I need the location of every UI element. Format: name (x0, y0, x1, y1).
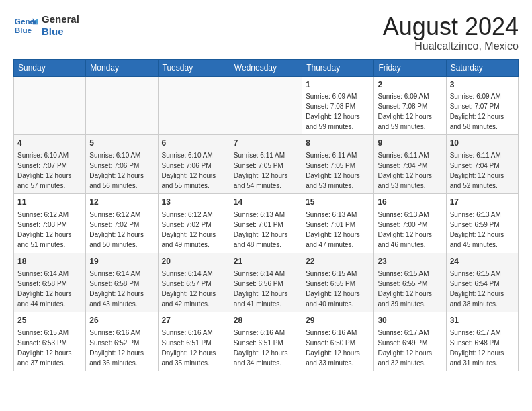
day-number: 15 (306, 197, 370, 208)
calendar-day-cell: 30Sunrise: 6:17 AMSunset: 6:49 PMDayligh… (374, 312, 446, 371)
day-info: Sunrise: 6:09 AMSunset: 7:07 PMDaylight:… (450, 91, 515, 132)
day-number: 12 (89, 197, 154, 208)
day-number: 20 (162, 256, 226, 267)
day-number: 13 (162, 197, 226, 208)
title-block: August 2024 Hualcaltzinco, Mexico (383, 13, 519, 52)
weekday-header-row: SundayMondayTuesdayWednesdayThursdayFrid… (14, 59, 519, 76)
day-number: 29 (306, 315, 370, 326)
calendar-day-cell: 16Sunrise: 6:13 AMSunset: 7:00 PMDayligh… (374, 194, 446, 253)
calendar-day-cell: 6Sunrise: 6:10 AMSunset: 7:06 PMDaylight… (158, 135, 230, 194)
day-number: 28 (234, 315, 298, 326)
calendar-day-cell: 13Sunrise: 6:12 AMSunset: 7:02 PMDayligh… (158, 194, 230, 253)
calendar-day-cell: 4Sunrise: 6:10 AMSunset: 7:07 PMDaylight… (14, 135, 86, 194)
day-info: Sunrise: 6:13 AMSunset: 7:01 PMDaylight:… (306, 210, 370, 250)
day-number: 17 (450, 197, 515, 208)
day-info: Sunrise: 6:10 AMSunset: 7:07 PMDaylight:… (17, 150, 82, 191)
logo: General Blue General Blue (13, 13, 79, 38)
day-number: 9 (378, 138, 442, 149)
day-number: 21 (234, 256, 298, 267)
day-info: Sunrise: 6:15 AMSunset: 6:55 PMDaylight:… (378, 269, 442, 309)
day-number: 22 (306, 256, 370, 267)
calendar-week-row: 18Sunrise: 6:14 AMSunset: 6:58 PMDayligh… (14, 253, 519, 312)
day-number: 10 (450, 138, 515, 149)
page-title: August 2024 (383, 13, 519, 40)
calendar-day-cell: 7Sunrise: 6:11 AMSunset: 7:05 PMDaylight… (230, 135, 302, 194)
page-subtitle: Hualcaltzinco, Mexico (383, 40, 519, 52)
day-number: 31 (450, 315, 515, 326)
day-info: Sunrise: 6:16 AMSunset: 6:50 PMDaylight:… (306, 328, 370, 368)
day-number: 3 (450, 79, 515, 91)
calendar-week-row: 1Sunrise: 6:09 AMSunset: 7:08 PMDaylight… (14, 76, 519, 135)
day-info: Sunrise: 6:16 AMSunset: 6:51 PMDaylight:… (162, 328, 226, 368)
day-info: Sunrise: 6:12 AMSunset: 7:02 PMDaylight:… (89, 210, 154, 250)
calendar-day-cell: 11Sunrise: 6:12 AMSunset: 7:03 PMDayligh… (14, 194, 86, 253)
weekday-header: Monday (86, 59, 158, 76)
day-info: Sunrise: 6:10 AMSunset: 7:06 PMDaylight:… (89, 150, 154, 191)
day-number: 24 (450, 256, 515, 267)
calendar-day-cell: 8Sunrise: 6:11 AMSunset: 7:05 PMDaylight… (302, 135, 374, 194)
day-number: 14 (234, 197, 298, 208)
day-info: Sunrise: 6:13 AMSunset: 6:59 PMDaylight:… (450, 210, 515, 250)
day-number: 4 (17, 138, 82, 149)
day-info: Sunrise: 6:14 AMSunset: 6:56 PMDaylight:… (234, 269, 298, 309)
day-info: Sunrise: 6:16 AMSunset: 6:52 PMDaylight:… (89, 328, 154, 368)
calendar-week-row: 4Sunrise: 6:10 AMSunset: 7:07 PMDaylight… (14, 135, 519, 194)
calendar-day-cell (86, 76, 158, 135)
calendar-day-cell: 9Sunrise: 6:11 AMSunset: 7:04 PMDaylight… (374, 135, 446, 194)
day-info: Sunrise: 6:13 AMSunset: 7:01 PMDaylight:… (234, 210, 298, 250)
day-info: Sunrise: 6:15 AMSunset: 6:54 PMDaylight:… (450, 269, 515, 309)
calendar-day-cell: 23Sunrise: 6:15 AMSunset: 6:55 PMDayligh… (374, 253, 446, 312)
day-info: Sunrise: 6:17 AMSunset: 6:48 PMDaylight:… (450, 328, 515, 368)
page-header: General Blue General Blue August 2024 Hu… (13, 13, 519, 52)
weekday-header: Sunday (14, 59, 86, 76)
calendar-day-cell: 5Sunrise: 6:10 AMSunset: 7:06 PMDaylight… (86, 135, 158, 194)
day-number: 11 (17, 197, 82, 208)
day-number: 23 (378, 256, 442, 267)
day-info: Sunrise: 6:11 AMSunset: 7:04 PMDaylight:… (450, 150, 515, 191)
day-info: Sunrise: 6:15 AMSunset: 6:53 PMDaylight:… (17, 328, 82, 368)
calendar-day-cell: 19Sunrise: 6:14 AMSunset: 6:58 PMDayligh… (86, 253, 158, 312)
day-number: 2 (378, 79, 442, 91)
calendar-day-cell: 24Sunrise: 6:15 AMSunset: 6:54 PMDayligh… (446, 253, 518, 312)
day-number: 1 (306, 79, 370, 91)
calendar-day-cell: 14Sunrise: 6:13 AMSunset: 7:01 PMDayligh… (230, 194, 302, 253)
calendar-day-cell: 20Sunrise: 6:14 AMSunset: 6:57 PMDayligh… (158, 253, 230, 312)
day-number: 7 (234, 138, 298, 149)
calendar-day-cell: 21Sunrise: 6:14 AMSunset: 6:56 PMDayligh… (230, 253, 302, 312)
day-number: 27 (162, 315, 226, 326)
day-number: 6 (162, 138, 226, 149)
calendar-day-cell: 10Sunrise: 6:11 AMSunset: 7:04 PMDayligh… (446, 135, 518, 194)
logo-blue: Blue (42, 26, 79, 38)
calendar-day-cell: 17Sunrise: 6:13 AMSunset: 6:59 PMDayligh… (446, 194, 518, 253)
calendar-day-cell: 25Sunrise: 6:15 AMSunset: 6:53 PMDayligh… (14, 312, 86, 371)
day-number: 25 (17, 315, 82, 326)
day-info: Sunrise: 6:15 AMSunset: 6:55 PMDaylight:… (306, 269, 370, 309)
calendar-day-cell: 18Sunrise: 6:14 AMSunset: 6:58 PMDayligh… (14, 253, 86, 312)
logo-icon: General Blue (13, 13, 38, 38)
weekday-header: Saturday (446, 59, 518, 76)
day-info: Sunrise: 6:10 AMSunset: 7:06 PMDaylight:… (162, 150, 226, 191)
calendar-day-cell: 3Sunrise: 6:09 AMSunset: 7:07 PMDaylight… (446, 76, 518, 135)
day-number: 16 (378, 197, 442, 208)
calendar-week-row: 11Sunrise: 6:12 AMSunset: 7:03 PMDayligh… (14, 194, 519, 253)
calendar-day-cell: 28Sunrise: 6:16 AMSunset: 6:51 PMDayligh… (230, 312, 302, 371)
day-info: Sunrise: 6:14 AMSunset: 6:58 PMDaylight:… (89, 269, 154, 309)
calendar-day-cell: 2Sunrise: 6:09 AMSunset: 7:08 PMDaylight… (374, 76, 446, 135)
calendar-day-cell (230, 76, 302, 135)
weekday-header: Thursday (302, 59, 374, 76)
calendar-week-row: 25Sunrise: 6:15 AMSunset: 6:53 PMDayligh… (14, 312, 519, 371)
weekday-header: Friday (374, 59, 446, 76)
calendar-day-cell (14, 76, 86, 135)
calendar-day-cell (158, 76, 230, 135)
day-number: 26 (89, 315, 154, 326)
day-number: 18 (17, 256, 82, 267)
weekday-header: Wednesday (230, 59, 302, 76)
day-number: 19 (89, 256, 154, 267)
day-info: Sunrise: 6:16 AMSunset: 6:51 PMDaylight:… (234, 328, 298, 368)
logo-general: General (42, 13, 79, 26)
day-info: Sunrise: 6:11 AMSunset: 7:05 PMDaylight:… (234, 150, 298, 191)
day-info: Sunrise: 6:14 AMSunset: 6:57 PMDaylight:… (162, 269, 226, 309)
day-number: 8 (306, 138, 370, 149)
calendar-day-cell: 1Sunrise: 6:09 AMSunset: 7:08 PMDaylight… (302, 76, 374, 135)
day-info: Sunrise: 6:12 AMSunset: 7:03 PMDaylight:… (17, 210, 82, 250)
